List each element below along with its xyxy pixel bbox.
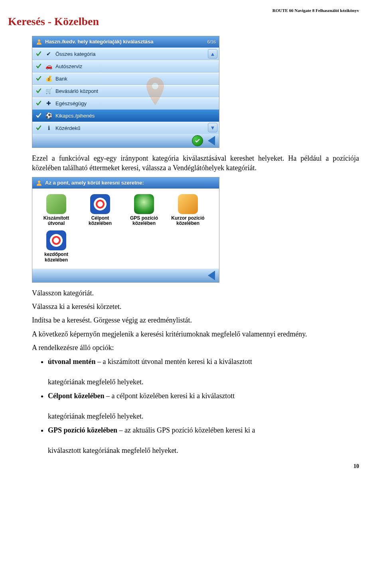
screenshot-category-select: Haszn./kedv. hely kategória(ák) kiválasz…: [32, 36, 219, 148]
bank-icon: 💰: [45, 75, 52, 82]
paragraph: Ezzel a funkcióval egy-egy iránypont kat…: [32, 153, 359, 173]
titlebar-count: 6/16: [207, 36, 216, 47]
pin-icon: [178, 194, 198, 214]
page-number: 10: [8, 463, 359, 470]
checkmark-icon: [36, 100, 42, 106]
area-option-label: Kurzor pozíció közelében: [168, 216, 208, 227]
category-row[interactable]: 🛒Bevásárló központ: [32, 85, 219, 97]
titlebar: Haszn./kedv. hely kategória(ák) kiválasz…: [32, 36, 219, 47]
category-row[interactable]: 💰Bank: [32, 72, 219, 85]
bullet-term: GPS pozíció közelében: [48, 426, 117, 434]
bullet-term: útvonal mentén: [48, 358, 96, 366]
user-icon: [36, 38, 43, 45]
target-icon: [90, 194, 110, 214]
bullet-cont: kiválasztott kategóriának megfelelő hely…: [48, 446, 178, 454]
category-row[interactable]: ⚽Kikapcs./pihenés: [32, 109, 219, 122]
titlebar-text: Az a pont, amely körül keresni szeretne:: [45, 177, 144, 189]
area-option-label: Célpont közelében: [80, 216, 120, 227]
area-option-label: kezdőpont közelében: [36, 252, 76, 263]
bullet-tail: – a kiszámított útvonal mentén keresi ki…: [96, 358, 252, 366]
bullet-term: Célpont közelében: [48, 392, 105, 400]
confirm-button[interactable]: [192, 135, 203, 146]
titlebar: Az a pont, amely körül keresni szeretne:: [32, 177, 219, 189]
checkmark-icon: [36, 75, 42, 82]
checkmark-icon: [36, 112, 42, 119]
doc-header: ROUTE 66 Navigate 8 Felhasználói kézikön…: [8, 8, 359, 13]
checkmark-icon: [36, 51, 42, 57]
scroll-down-button[interactable]: ▼: [208, 123, 217, 132]
area-option[interactable]: Kurzor pozíció közelében: [168, 194, 208, 227]
category-row[interactable]: ✔Összes kategória: [32, 47, 219, 60]
scroll-up-button[interactable]: ▲: [208, 49, 217, 59]
bullet-tail: – a célpont közelében keresi ki a kivála…: [105, 392, 235, 400]
leisure-icon: ⚽: [45, 112, 52, 119]
titlebar-text: Haszn./kedv. hely kategória(ák) kiválasz…: [45, 36, 153, 47]
area-option[interactable]: Kiszámított útvonal: [36, 194, 76, 227]
bottom-toolbar: [32, 134, 219, 147]
area-option[interactable]: Célpont közelében: [80, 194, 120, 227]
bullet-item: GPS pozíció közelében – az aktuális GPS …: [48, 425, 359, 456]
checkmark-icon: [36, 88, 42, 94]
back-button[interactable]: [208, 271, 215, 280]
bullet-tail: – az aktuális GPS pozíció közelében kere…: [117, 426, 255, 434]
route-icon: [46, 194, 66, 214]
checkmark-icon: [36, 63, 42, 69]
paragraph: A rendelkezésre álló opciók:: [32, 343, 359, 352]
paragraph: Válassza ki a keresési körzetet.: [32, 302, 359, 311]
area-option[interactable]: GPS pozíció közelében: [124, 194, 164, 227]
bullet-item: útvonal mentén – a kiszámított útvonal m…: [48, 356, 359, 387]
checkmark-icon: [36, 125, 42, 131]
category-label: Bevásárló központ: [55, 88, 216, 94]
svg-point-0: [38, 39, 40, 42]
user-icon: [36, 179, 43, 187]
bullet-item: Célpont közelében – a célpont közelében …: [48, 391, 359, 422]
category-label: Egészségügy: [55, 100, 216, 106]
category-row[interactable]: ℹKözérdekű: [32, 122, 219, 134]
bullet-cont: kategóriának megfelelő helyeket.: [48, 378, 143, 386]
category-label: Közérdekű: [55, 125, 216, 131]
back-button[interactable]: [208, 136, 215, 146]
gps-icon: [134, 194, 154, 214]
bottom-toolbar: [32, 269, 219, 282]
category-label: Kikapcs./pihenés: [55, 113, 216, 119]
category-row[interactable]: 🚗Autószerviz: [32, 60, 219, 72]
paragraph: A következő képernyőn megjelenik a keres…: [32, 329, 359, 339]
area-option-label: Kiszámított útvonal: [36, 216, 76, 227]
area-option[interactable]: kezdőpont közelében: [36, 230, 76, 263]
category-label: Összes kategória: [55, 51, 216, 57]
paragraph: Indítsa be a keresést. Görgesse végig az…: [32, 315, 359, 325]
info-icon: ℹ: [45, 124, 52, 132]
health-icon: ✚: [45, 100, 52, 107]
start-icon: [46, 230, 66, 250]
section-title: Keresés - Közelben: [8, 15, 359, 28]
area-option-label: GPS pozíció közelében: [124, 216, 164, 227]
all-icon: ✔: [45, 50, 52, 57]
category-label: Autószerviz: [55, 63, 216, 69]
screenshot-search-area: Az a pont, amely körül keresni szeretne:…: [32, 177, 219, 283]
car-icon: 🚗: [45, 63, 52, 70]
paragraph: Válasszon kategóriát.: [32, 288, 359, 298]
bullet-cont: kategóriának megfelelő helyeket.: [48, 412, 143, 420]
category-row[interactable]: ✚Egészségügy: [32, 97, 219, 109]
category-label: Bank: [55, 76, 216, 82]
cart-icon: 🛒: [45, 87, 52, 94]
svg-point-2: [38, 181, 40, 183]
